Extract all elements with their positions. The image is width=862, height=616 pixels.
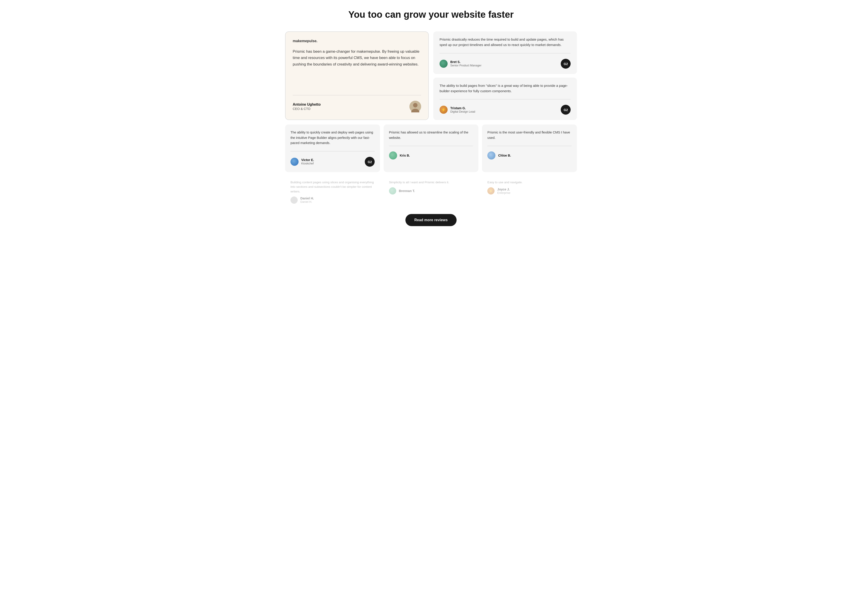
card-divider xyxy=(487,146,572,146)
review-card-kris: Prismic has allowed us to streamline the… xyxy=(384,124,479,172)
g2-badge-bret: G2 xyxy=(561,59,570,69)
svg-text:G2: G2 xyxy=(564,62,568,66)
faded-text-brennan: Simplicity is all I want and Prismic del… xyxy=(389,180,473,185)
featured-reviewer-name: Antoine Ughetto xyxy=(293,102,321,107)
faded-name-daniel: Daniel H. xyxy=(300,196,314,200)
avatar-daniel xyxy=(290,196,298,204)
review-text-chloe: Prismic is the most user-friendly and fl… xyxy=(487,130,572,140)
review-text-victor: The ability to quickly create and deploy… xyxy=(290,130,375,146)
featured-logo: makemepulse. xyxy=(293,39,421,43)
review-card-tristam: The ability to build pages from "slices"… xyxy=(433,78,577,120)
page-title: You too can grow your website faster xyxy=(13,9,849,20)
review-card-victor: The ability to quickly create and deploy… xyxy=(285,124,380,172)
card-divider xyxy=(389,146,473,146)
faded-company-daniel: Daniel H. xyxy=(300,200,314,203)
avatar-victor xyxy=(290,158,299,166)
card-divider xyxy=(440,53,570,53)
featured-review-card: makemepulse. Prismic has been a game-cha… xyxy=(285,31,429,120)
avatar-tristam: ⚡ xyxy=(440,106,448,114)
reviewer-name-victor: Victor E. xyxy=(301,158,314,162)
right-reviews-column: Prismic drastically reduces the time req… xyxy=(433,31,577,120)
avatar-brennan xyxy=(389,187,396,195)
avatar-bret xyxy=(440,60,448,68)
avatar-chloe xyxy=(487,151,495,159)
review-card-bret: Prismic drastically reduces the time req… xyxy=(433,31,577,74)
review-card-chloe: Prismic is the most user-friendly and fl… xyxy=(482,124,577,172)
faded-card-daniel: Building content pages using slices and … xyxy=(285,176,380,207)
g2-badge-victor: G2 xyxy=(365,157,375,167)
svg-text:G2: G2 xyxy=(564,108,568,112)
g2-badge-tristam: G2 xyxy=(561,105,570,115)
bottom-reviews-row: The ability to quickly create and deploy… xyxy=(285,124,577,172)
card-divider xyxy=(440,99,570,99)
reviewer-company-victor: Kioskchef xyxy=(301,162,314,165)
reviewer-name-tristam: Tristam G. xyxy=(450,106,475,110)
review-text-kris: Prismic has allowed us to streamline the… xyxy=(389,130,473,140)
reviewer-title-tristam: Digital Design Lead xyxy=(450,110,475,113)
reviewer-name-chloe: Chloe B. xyxy=(498,154,511,157)
reviewer-name-kris: Kris B. xyxy=(400,154,410,157)
faded-text-joyce: Easy to use and navigate. xyxy=(487,180,572,185)
faded-name-brennan: Brennan T. xyxy=(399,189,415,193)
faded-text-daniel: Building content pages using slices and … xyxy=(290,180,375,194)
faded-company-joyce: Enterprise xyxy=(497,191,510,195)
faded-card-joyce: Easy to use and navigate. ⚡ Joyce J. Ent… xyxy=(482,176,577,207)
review-text-tristam: The ability to build pages from "slices"… xyxy=(440,83,570,94)
avatar-joyce: ⚡ xyxy=(487,187,495,195)
reviewer-name-bret: Bret S. xyxy=(450,60,482,64)
read-more-container: Read more reviews xyxy=(285,214,577,226)
avatar-kris xyxy=(389,151,397,159)
svg-text:G2: G2 xyxy=(368,160,372,164)
faded-reviews-row: Building content pages using slices and … xyxy=(285,176,577,207)
faded-name-joyce: Joyce J. xyxy=(497,187,510,191)
reviewer-title-bret: Senior Product Manager xyxy=(450,64,482,67)
featured-review-text: Prismic has been a game-changer for make… xyxy=(293,49,421,68)
featured-reviewer-title: CEO & CTO xyxy=(293,107,321,111)
featured-reviewer-avatar xyxy=(410,101,421,112)
faded-card-brennan: Simplicity is all I want and Prismic del… xyxy=(384,176,479,207)
read-more-button[interactable]: Read more reviews xyxy=(405,214,457,226)
svg-point-1 xyxy=(413,103,418,107)
review-text-bret: Prismic drastically reduces the time req… xyxy=(440,37,570,48)
